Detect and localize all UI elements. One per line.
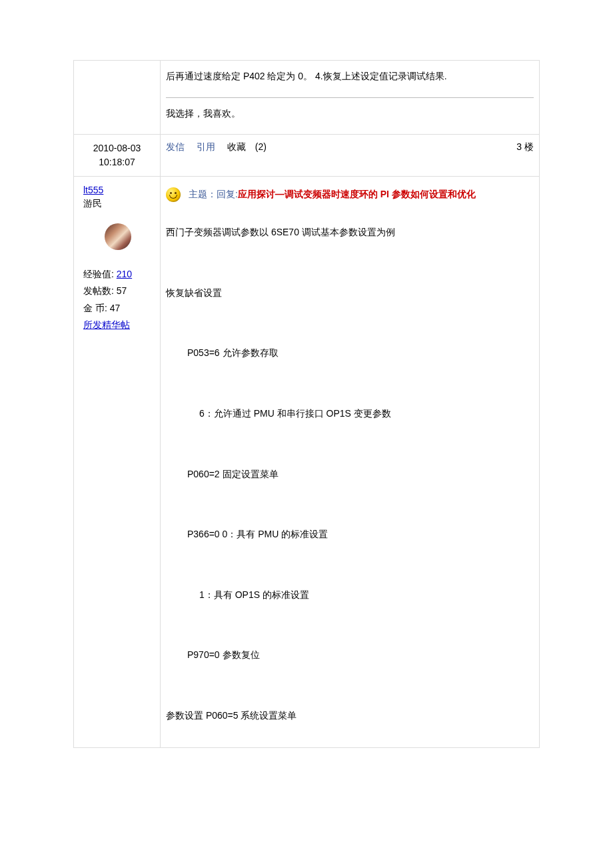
user-exp-value[interactable]: 210	[117, 269, 132, 279]
forum-thread-table: 后再通过速度给定 P402 给定为 0。 4.恢复上述设定值记录调试结果. 我选…	[73, 60, 540, 748]
user-coins: 金 币: 47	[83, 300, 152, 317]
post-body: 西门子变频器调试参数以 6SE70 调试基本参数设置为例 恢复缺省设置 P053…	[166, 207, 534, 740]
subject-label: 主题：	[189, 189, 217, 199]
param-p366: P366=0 0：具有 PMU 的标准设置	[166, 525, 534, 543]
subject-reply: 回复:	[217, 189, 238, 199]
floor-number: 3 楼	[516, 141, 534, 153]
user-exp: 经验值: 210	[83, 266, 152, 283]
prev-post-left	[74, 61, 161, 135]
post-content-cell: 主题：回复:应用探讨—调试变频器时速度环的 PI 参数如何设置和优化 西门子变频…	[161, 177, 540, 747]
param-p053-desc: 6：允许通过 PMU 和串行接口 OP1S 变更参数	[166, 405, 534, 423]
post-subject: 主题：回复:应用探讨—调试变频器时速度环的 PI 参数如何设置和优化	[166, 187, 534, 202]
avatar[interactable]	[105, 223, 131, 250]
param-p366-1: 1：具有 OP1S 的标准设置	[166, 586, 534, 604]
favorite-link[interactable]: 收藏	[227, 141, 246, 152]
post-row: lt555 游民 经验值: 210 发帖数: 57 金 币:	[74, 177, 540, 747]
prev-post-timestamp: 2010-08-03 10:18:07	[74, 135, 161, 177]
intro-text: 西门子变频器调试参数以 6SE70 调试基本参数设置为例	[166, 223, 534, 241]
prev-post-content: 后再通过速度给定 P402 给定为 0。 4.恢复上述设定值记录调试结果. 我选…	[161, 61, 540, 135]
smile-icon	[166, 187, 181, 202]
user-posts: 发帖数: 57	[83, 283, 152, 299]
param-p060-2: P060=2 固定设置菜单	[166, 465, 534, 483]
signature-divider	[166, 97, 534, 98]
user-coins-value: 47	[110, 303, 121, 313]
favorite-count: (2)	[255, 141, 267, 152]
prev-post-actions-cell: 发信 引用 收藏(2) 3 楼	[161, 135, 540, 177]
restore-defaults-heading: 恢复缺省设置	[166, 284, 534, 302]
param-setting-line: 参数设置 P060=5 系统设置菜单	[166, 707, 534, 725]
param-p970: P970=0 参数复位	[166, 646, 534, 664]
username-link[interactable]: lt555	[83, 185, 103, 195]
user-rank: 游民	[83, 198, 152, 210]
quote-link[interactable]: 引用	[197, 141, 215, 152]
prev-post-meta-row: 2010-08-03 10:18:07 发信 引用 收藏(2) 3 楼	[74, 135, 540, 177]
param-p053: P053=6 允许参数存取	[166, 344, 534, 362]
user-elite-posts-link[interactable]: 所发精华帖	[83, 319, 130, 330]
subject-title: 应用探讨—调试变频器时速度环的 PI 参数如何设置和优化	[238, 189, 476, 199]
send-message-link[interactable]: 发信	[166, 141, 185, 152]
post-user-cell: lt555 游民 经验值: 210 发帖数: 57 金 币:	[74, 177, 161, 747]
prev-post-row: 后再通过速度给定 P402 给定为 0。 4.恢复上述设定值记录调试结果. 我选…	[74, 61, 540, 135]
timestamp-time: 10:18:07	[79, 155, 155, 169]
prev-post-tail-text: 后再通过速度给定 P402 给定为 0。 4.恢复上述设定值记录调试结果.	[166, 67, 534, 85]
post-actions: 发信 引用 收藏(2)	[166, 141, 267, 153]
prev-post-signature: 我选择，我喜欢。	[166, 108, 241, 119]
timestamp-date: 2010-08-03	[79, 141, 155, 155]
user-posts-value: 57	[117, 285, 127, 296]
